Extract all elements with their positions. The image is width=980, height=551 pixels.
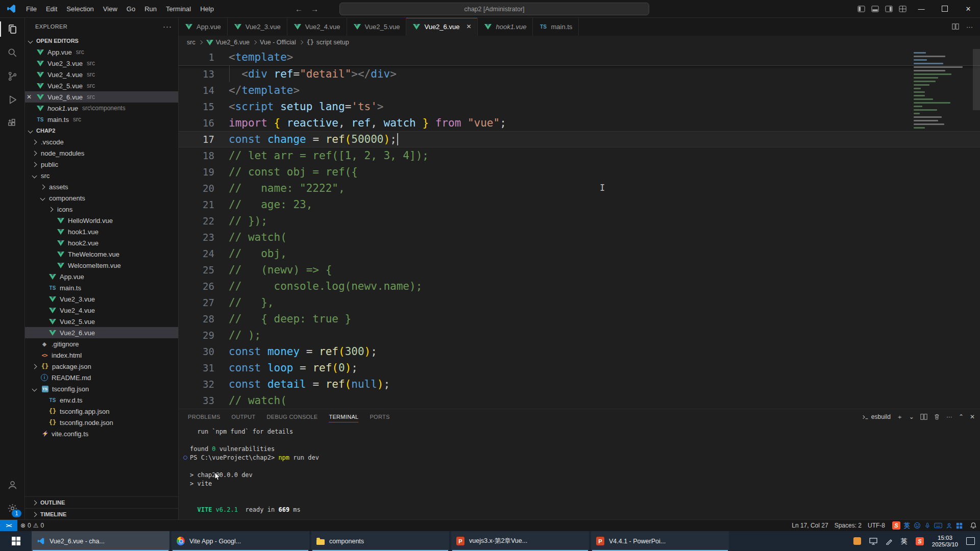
code-line-30[interactable]: 30const money = ref(300); (179, 343, 980, 360)
code-line-32[interactable]: 32const detail = ref(null); (179, 376, 980, 392)
tree-item-hook2-vue[interactable]: hook2.vue (25, 237, 178, 248)
code-line-27[interactable]: 27// }, (179, 294, 980, 311)
split-editor-icon[interactable] (952, 23, 959, 30)
account-icon[interactable] (0, 473, 24, 496)
ime-indicator[interactable]: 英 (901, 537, 908, 546)
minimap[interactable] (911, 50, 973, 131)
panel-tab-problems[interactable]: PROBLEMS (188, 409, 220, 424)
tree-item-tsconfig-app-json[interactable]: {}tsconfig.app.json (25, 406, 178, 417)
menu-view[interactable]: View (99, 3, 122, 15)
close-panel-icon[interactable]: ✕ (970, 413, 975, 420)
breadcrumb[interactable]: srcVue2_6.vueVue - Official{}script setu… (179, 36, 980, 49)
menu-go[interactable]: Go (122, 3, 140, 15)
tray-display-icon[interactable] (869, 538, 877, 545)
tree-item-vue2-4-vue[interactable]: Vue2_4.vue (25, 305, 178, 316)
problems-status[interactable]: ⊗0 ⚠0 (17, 520, 47, 531)
tree-item-vue2-5-vue[interactable]: Vue2_5.vue (25, 316, 178, 327)
taskbar-vuejs3-x-2-vue[interactable]: Pvuejs3.x-第2章Vue... (451, 531, 589, 551)
sogou-menu-icon[interactable] (956, 522, 963, 529)
close-button[interactable]: ✕ (957, 1, 980, 17)
kill-terminal-icon[interactable] (934, 413, 940, 420)
project-root-header[interactable]: CHAP2 (25, 125, 178, 136)
tree-item-thewelcome-vue[interactable]: TheWelcome.vue (25, 248, 178, 260)
tree-item-components[interactable]: components (25, 192, 178, 204)
maximize-button[interactable] (933, 1, 957, 17)
code-line-20[interactable]: 20// name: "2222", (179, 180, 980, 196)
tree-item-vue2-6-vue[interactable]: Vue2_6.vue (25, 327, 178, 338)
code-line-13[interactable]: 13 <div ref="detail"></div> (179, 66, 980, 82)
tray-pen-icon[interactable] (886, 538, 893, 545)
code-line-21[interactable]: 21// age: 23, (179, 196, 980, 213)
toggle-sidebar-icon[interactable] (854, 2, 868, 15)
tree-item-vscode[interactable]: .vscode (25, 136, 178, 147)
code-line-15[interactable]: 15<script setup lang='ts'> (179, 98, 980, 115)
status-utf-8[interactable]: UTF-8 (865, 520, 888, 531)
customize-layout-icon[interactable] (896, 2, 910, 15)
tree-item-node-modules[interactable]: node_modules (25, 147, 178, 159)
menu-edit[interactable]: Edit (41, 3, 62, 15)
tree-item-welcomeitem-vue[interactable]: WelcomeItem.vue (25, 260, 178, 271)
voice-input-icon[interactable] (924, 522, 930, 529)
explorer-icon[interactable] (0, 17, 24, 41)
account-icon[interactable] (946, 522, 952, 529)
terminal-profile[interactable]: esbuild (862, 413, 891, 420)
tree-item-tsconfig-node-json[interactable]: {}tsconfig.node.json (25, 417, 178, 428)
code-editor[interactable]: 1<template>13 <div ref="detail"></div>14… (179, 49, 980, 409)
taskbar-components[interactable]: components (311, 531, 449, 551)
notification-center-icon[interactable] (966, 537, 975, 545)
tree-item-hook1-vue[interactable]: hook1.vue (25, 226, 178, 237)
code-line-25[interactable]: 25// (newv) => { (179, 262, 980, 278)
timeline-section[interactable]: TIMELINE (25, 508, 178, 520)
maximize-panel-icon[interactable]: ⌃ (959, 413, 964, 420)
status-ln-17-col-27[interactable]: Ln 17, Col 27 (789, 520, 831, 531)
open-editor-vue2-5-vue[interactable]: Vue2_5.vuesrc (25, 80, 178, 91)
panel-tab-terminal[interactable]: TERMINAL (329, 409, 358, 424)
tab-app-vue[interactable]: App.vue (179, 17, 228, 36)
open-editor-vue2-4-vue[interactable]: Vue2_4.vuesrc (25, 69, 178, 80)
minimize-button[interactable]: — (910, 1, 933, 17)
tab-vue2-4-vue[interactable]: Vue2_4.vue (287, 17, 347, 36)
tree-item-vue2-3-vue[interactable]: Vue2_3.vue (25, 293, 178, 305)
menu-help[interactable]: Help (195, 3, 218, 15)
tray-app-icon[interactable] (853, 537, 861, 545)
tab-hook1-vue[interactable]: hook1.vue (478, 17, 533, 36)
tree-item-main-ts[interactable]: TSmain.ts (25, 282, 178, 293)
open-editors-header[interactable]: OPEN EDITORS (25, 35, 178, 46)
open-editor-vue2-6-vue[interactable]: ✕Vue2_6.vuesrc (25, 91, 178, 103)
panel-tab-output[interactable]: OUTPUT (232, 409, 256, 424)
terminal-output[interactable]: run `npm fund` for detailsfound 0 vulner… (179, 424, 980, 520)
tree-item-readme-md[interactable]: iREADME.md (25, 372, 178, 383)
code-line-22[interactable]: 22// }); (179, 213, 980, 229)
source-control-icon[interactable] (0, 64, 24, 88)
profile-dropdown-icon[interactable]: ⌄ (909, 413, 914, 420)
taskbar-vite-app-googl[interactable]: Vite App - Googl... (172, 531, 309, 551)
code-line-17[interactable]: 17const change = ref(50000); (179, 131, 980, 147)
tree-item-vite-config-ts[interactable]: vite.config.ts (25, 428, 178, 439)
tree-item-src[interactable]: src (25, 170, 178, 181)
emoji-picker-icon[interactable] (914, 522, 921, 529)
open-editor-main-ts[interactable]: TSmain.tssrc (25, 114, 178, 125)
tree-item-tsconfig-json[interactable]: TStsconfig.json (25, 383, 178, 394)
nav-back-icon[interactable]: ← (295, 5, 303, 13)
sogou-tray-icon[interactable]: S (916, 537, 924, 545)
code-line-14[interactable]: 14</template> (179, 82, 980, 98)
breadcrumb-item-vue2-6-vue[interactable]: Vue2_6.vue (206, 38, 250, 46)
panel-tab-ports[interactable]: PORTS (370, 409, 389, 424)
code-line-26[interactable]: 26// console.log(newv.name); (179, 278, 980, 294)
tree-item-package-json[interactable]: {}package.json (25, 361, 178, 372)
open-editor-vue2-3-vue[interactable]: Vue2_3.vuesrc (25, 58, 178, 69)
split-terminal-icon[interactable] (920, 413, 927, 420)
open-editor-app-vue[interactable]: App.vuesrc (25, 46, 178, 58)
tree-item-icons[interactable]: icons (25, 204, 178, 215)
settings-icon[interactable]: 1 (0, 496, 24, 520)
code-line-31[interactable]: 31const loop = ref(0); (179, 360, 980, 376)
tree-item-helloworld-vue[interactable]: HelloWorld.vue (25, 215, 178, 226)
code-line-24[interactable]: 24// obj, (179, 245, 980, 262)
remote-indicator[interactable]: >< (0, 520, 17, 531)
toggle-panel-icon[interactable] (868, 2, 882, 15)
code-line-19[interactable]: 19// const obj = ref({ (179, 164, 980, 180)
status-spaces[interactable]: Spaces: 2 (831, 520, 865, 531)
close-icon[interactable]: ✕ (25, 93, 33, 101)
code-line-33[interactable]: 33// watch( (179, 392, 980, 409)
virtual-keyboard-icon[interactable] (934, 522, 942, 529)
